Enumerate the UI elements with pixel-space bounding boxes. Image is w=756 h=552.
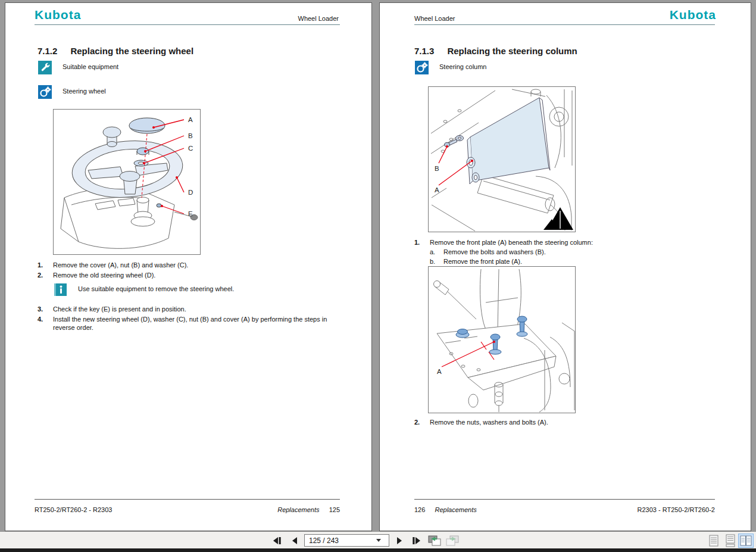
section-title: 7.1.3 Replacing the steering column — [414, 46, 577, 56]
section-number: 7.1.2 — [38, 46, 57, 56]
page-footer: RT250-2/RT260-2 - R2303 Replacements 125 — [35, 506, 340, 513]
header-rule — [414, 24, 715, 25]
header-product-name: Wheel Loader — [298, 15, 339, 22]
footer-page-number: 125 — [329, 506, 340, 513]
pdf-page-right: Wheel Loader Kubota 7.1.3 Replacing the … — [379, 2, 751, 531]
figure-label-d: D — [188, 189, 193, 196]
info-icon — [54, 283, 67, 296]
window-bottom-edge — [0, 548, 756, 552]
section-title-text: Replacing the steering column — [447, 46, 577, 56]
next-page-button[interactable] — [392, 534, 407, 548]
footer-chapter: Replacements — [277, 506, 319, 513]
layout-single-page-button[interactable] — [706, 534, 721, 548]
header-product-name: Wheel Loader — [414, 15, 455, 22]
figure-label-c: C — [188, 145, 193, 152]
layout-facing-pages-button[interactable] — [738, 534, 754, 548]
footer-model: RT250-2/RT260-2 - R2303 — [35, 506, 112, 513]
footer-page-number: 126 — [414, 506, 425, 513]
section-number: 7.1.3 — [414, 46, 434, 56]
requirement-label: Suitable equipment — [63, 63, 118, 70]
last-page-button[interactable] — [408, 534, 424, 548]
footer-chapter: Replacements — [435, 506, 476, 513]
kubota-logo: Kubota — [35, 8, 81, 22]
page-footer: 126 Replacements R2303 - RT250-2/RT260-2 — [414, 506, 715, 513]
requirement-label: Steering wheel — [63, 88, 106, 95]
figure-steering-wheel: A B C D E — [53, 109, 201, 255]
previous-view-button[interactable] — [426, 534, 443, 548]
pdf-viewer-window: Kubota Wheel Loader 7.1.2 Replacing the … — [0, 0, 756, 552]
requirement-label: Steering column — [439, 63, 487, 70]
section-title-text: Replacing the steering wheel — [70, 46, 193, 56]
note-text: Use suitable equipment to remove the ste… — [78, 285, 316, 292]
component-icon — [38, 85, 52, 99]
layout-continuous-button[interactable] — [723, 534, 738, 548]
pdf-page-left: Kubota Wheel Loader 7.1.2 Replacing the … — [5, 2, 372, 531]
figure-steering-column-base: A — [428, 266, 576, 413]
page-number-input[interactable] — [305, 535, 375, 545]
figure-label-a: A — [188, 116, 193, 123]
chevron-down-icon[interactable] — [376, 539, 381, 542]
previous-page-button[interactable] — [287, 534, 302, 548]
footer-model: R2303 - RT250-2/RT260-2 — [638, 506, 715, 513]
step-item: 4. Install the new steering wheel (D), w… — [38, 315, 341, 332]
header-rule — [35, 24, 340, 25]
first-page-button[interactable] — [269, 534, 285, 548]
figure-front-plate: B A — [428, 86, 576, 232]
kubota-logo: Kubota — [670, 8, 716, 22]
footer-rule — [35, 499, 340, 500]
section-title: 7.1.2 Replacing the steering wheel — [38, 46, 193, 56]
viewer-toolbar — [0, 531, 756, 548]
component-icon — [415, 61, 429, 74]
page-number-combobox[interactable] — [304, 534, 389, 547]
figure-label-a: A — [435, 186, 439, 194]
figure-label-e: E — [188, 210, 193, 217]
next-view-button[interactable] — [444, 534, 461, 548]
figure-label-a: A — [437, 368, 442, 375]
figure-label-b: B — [435, 165, 439, 172]
figure-label-b: B — [188, 132, 193, 139]
footer-rule — [414, 499, 715, 500]
wrench-icon — [38, 61, 52, 74]
